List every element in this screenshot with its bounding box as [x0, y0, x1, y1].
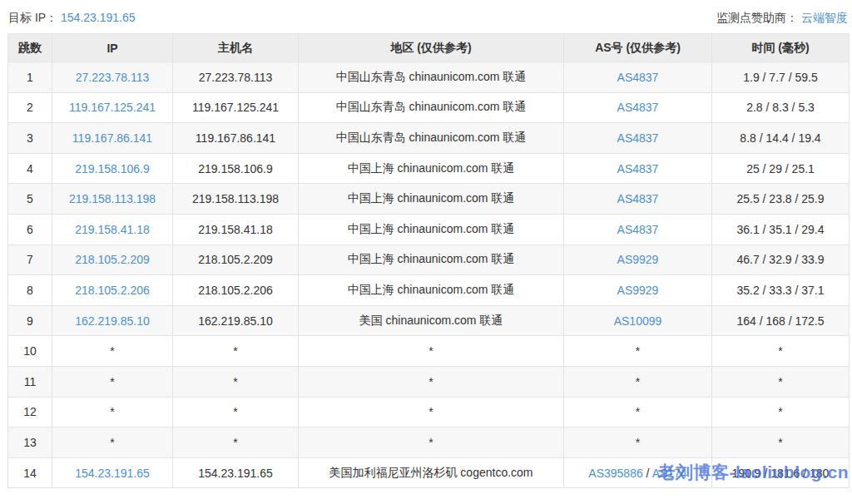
table-row: 10 * * * * *: [8, 336, 850, 367]
as-link[interactable]: AS174: [652, 467, 687, 480]
hostname-cell: 218.105.2.209: [173, 245, 299, 275]
time-cell: 2.8 / 8.3 / 5.3: [712, 92, 850, 123]
target-ip-label: 目标 IP：: [8, 11, 57, 24]
region-cell: 中国上海 chinaunicom.com 联通: [299, 184, 564, 215]
hostname-cell: 218.105.2.206: [173, 275, 299, 306]
target-ip-value[interactable]: 154.23.191.65: [61, 11, 136, 24]
hop-cell: 6: [8, 214, 52, 245]
time-cell: *: [712, 397, 850, 427]
as-cell: AS4837: [564, 214, 712, 245]
hop-cell: 8: [8, 275, 52, 306]
region-cell: 中国上海 chinaunicom.com 联通: [299, 214, 564, 245]
region-cell: 中国山东青岛 chinaunicom.com 联通: [299, 92, 564, 123]
table-row: 7 218.105.2.209 218.105.2.209 中国上海 china…: [8, 245, 850, 275]
as-link[interactable]: AS10099: [614, 314, 662, 328]
time-cell: 46.7 / 32.9 / 33.9: [712, 245, 850, 275]
ip-cell: 218.105.2.206: [52, 275, 173, 306]
time-cell: 36.1 / 35.1 / 29.4: [712, 214, 850, 245]
ip-link[interactable]: 119.167.125.241: [69, 101, 156, 114]
ip-link: *: [110, 436, 114, 449]
ip-link[interactable]: 219.158.113.198: [69, 192, 156, 205]
hostname-cell: 119.167.86.141: [173, 123, 299, 154]
ip-cell: *: [52, 366, 173, 397]
time-cell: *: [712, 366, 850, 397]
trace-table-body: 1 27.223.78.113 27.223.78.113 中国山东青岛 chi…: [8, 62, 850, 488]
as-cell: AS4837: [564, 184, 712, 215]
as-cell: AS9929: [564, 245, 712, 275]
time-cell: *: [712, 427, 850, 458]
hop-cell: 5: [8, 184, 52, 215]
ip-link[interactable]: 154.23.191.65: [75, 467, 150, 480]
table-row: 6 219.158.41.18 219.158.41.18 中国上海 china…: [8, 214, 850, 245]
as-link[interactable]: AS4837: [617, 101, 659, 114]
ip-link[interactable]: 218.105.2.206: [75, 284, 150, 297]
ip-link[interactable]: 219.158.106.9: [75, 162, 150, 175]
as-link[interactable]: AS4837: [617, 131, 659, 145]
ip-link: *: [110, 375, 114, 388]
table-row: 14 154.23.191.65 154.23.191.65 美国加利福尼亚州洛…: [8, 457, 850, 488]
col-header-region: 地区 (仅供参考): [299, 34, 564, 62]
ip-link[interactable]: 218.105.2.209: [75, 253, 150, 266]
region-cell: 中国上海 chinaunicom.com 联通: [299, 275, 564, 306]
as-link[interactable]: AS4837: [617, 192, 659, 205]
as-link[interactable]: AS9929: [617, 284, 659, 297]
table-row: 4 219.158.106.9 219.158.106.9 中国上海 china…: [8, 153, 850, 184]
hop-cell: 3: [8, 123, 52, 154]
as-cell: *: [564, 397, 712, 427]
as-link[interactable]: AS4837: [617, 71, 659, 84]
table-row: 3 119.167.86.141 119.167.86.141 中国山东青岛 c…: [8, 123, 850, 154]
table-row: 9 162.219.85.10 162.219.85.10 美国 chinaun…: [8, 305, 850, 336]
ip-link[interactable]: 27.223.78.113: [76, 71, 150, 84]
ip-link[interactable]: 162.219.85.10: [75, 314, 150, 328]
table-row: 8 218.105.2.206 218.105.2.206 中国上海 china…: [8, 275, 850, 306]
ip-cell: 119.167.86.141: [52, 123, 173, 154]
ip-cell: 119.167.125.241: [52, 92, 173, 123]
ip-cell: 219.158.41.18: [52, 214, 173, 245]
col-header-time: 时间 (毫秒): [712, 34, 850, 62]
sponsor-link[interactable]: 云端智度: [801, 11, 848, 24]
region-cell: *: [299, 366, 564, 397]
sponsor-label: 监测点赞助商：: [716, 11, 798, 24]
hostname-cell: 27.223.78.113: [173, 62, 299, 93]
region-cell: *: [299, 336, 564, 367]
region-cell: 美国加利福尼亚州洛杉矶 cogentco.com: [299, 457, 564, 488]
ip-link: *: [110, 405, 114, 418]
hop-cell: 11: [8, 366, 52, 397]
time-cell: 8.8 / 14.4 / 19.4: [712, 123, 850, 154]
time-cell: 190.9 / 181.6 / 180: [712, 457, 850, 488]
as-link[interactable]: AS4837: [617, 162, 659, 175]
ip-cell: *: [52, 397, 173, 427]
as-link[interactable]: AS4837: [617, 223, 659, 236]
ip-link[interactable]: 219.158.41.18: [75, 223, 150, 236]
col-header-hostname: 主机名: [173, 34, 299, 62]
col-header-hop: 跳数: [8, 34, 52, 62]
as-cell: AS9929: [564, 275, 712, 306]
hop-cell: 14: [8, 457, 52, 488]
target-ip-group: 目标 IP： 154.23.191.65: [8, 11, 136, 26]
table-row: 2 119.167.125.241 119.167.125.241 中国山东青岛…: [8, 92, 850, 123]
ip-cell: 27.223.78.113: [52, 62, 173, 93]
ip-cell: 219.158.113.198: [52, 184, 173, 215]
hop-cell: 12: [8, 397, 52, 427]
as-cell: AS10099: [564, 305, 712, 336]
ip-cell: 219.158.106.9: [52, 153, 173, 184]
ip-cell: *: [52, 336, 173, 367]
sponsor-group: 监测点赞助商： 云端智度: [716, 11, 848, 26]
ip-cell: 154.23.191.65: [52, 457, 173, 488]
col-header-ip: IP: [52, 34, 173, 62]
region-cell: *: [299, 427, 564, 458]
time-cell: 25 / 29 / 25.1: [712, 153, 850, 184]
as-cell: AS4837: [564, 123, 712, 154]
hostname-cell: 219.158.113.198: [173, 184, 299, 215]
traceroute-table: 跳数 IP 主机名 地区 (仅供参考) AS号 (仅供参考) 时间 (毫秒) 1…: [7, 33, 850, 488]
as-link[interactable]: AS395886: [588, 467, 642, 480]
region-cell: 美国 chinaunicom.com 联通: [299, 305, 564, 336]
hostname-cell: *: [173, 336, 299, 367]
region-cell: *: [299, 397, 564, 427]
hop-cell: 13: [8, 427, 52, 458]
hop-cell: 1: [8, 62, 52, 93]
as-cell: AS4837: [564, 92, 712, 123]
ip-cell: 162.219.85.10: [52, 305, 173, 336]
ip-link[interactable]: 119.167.86.141: [72, 131, 152, 145]
as-link[interactable]: AS9929: [617, 253, 659, 266]
